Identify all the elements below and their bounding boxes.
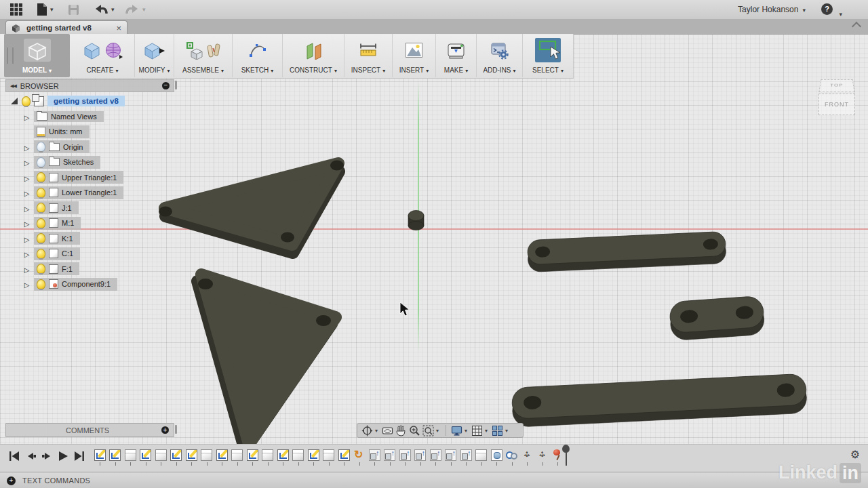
browser-item-chip[interactable]: Component9:1 — [34, 278, 117, 291]
timeline-feature-component[interactable] — [460, 449, 472, 461]
expander-collapsed-icon[interactable] — [23, 263, 31, 275]
timeline-feature-sketch[interactable] — [186, 449, 197, 461]
user-menu[interactable]: Taylor Hokanson — [738, 5, 806, 14]
text-commands-label[interactable]: TEXT COMMANDS — [22, 476, 90, 485]
timeline-step-forward-button[interactable] — [41, 450, 53, 462]
timeline-feature-move[interactable] — [521, 449, 533, 461]
timeline-feature-sketch[interactable] — [216, 449, 228, 461]
timeline-go-to-end-button[interactable] — [73, 450, 85, 462]
visibility-bulb-icon[interactable] — [37, 279, 45, 289]
timeline-feature-sketch[interactable] — [338, 449, 350, 461]
menu-addins[interactable]: ADD-INS — [477, 34, 523, 77]
expander-collapsed-icon[interactable] — [23, 186, 31, 199]
cylinder-body[interactable] — [408, 211, 424, 230]
look-at-icon[interactable] — [382, 425, 393, 436]
construct-icon[interactable] — [304, 41, 323, 60]
visibility-bulb-icon[interactable] — [37, 233, 45, 243]
menu-select[interactable]: SELECT — [523, 34, 573, 77]
addins-icon[interactable] — [490, 41, 509, 60]
browser-item-chip[interactable]: Named Views — [34, 111, 104, 122]
upper-triangle-body[interactable] — [159, 161, 344, 253]
timeline-feature-move[interactable] — [536, 449, 548, 461]
timeline-feature-sketch[interactable] — [109, 449, 121, 461]
browser-item-upper-triangle-1[interactable]: Upper Triangle:1 — [23, 171, 123, 184]
browser-item-chip[interactable]: J:1 — [34, 201, 79, 214]
viewcube[interactable]: TOP FRONT — [817, 76, 858, 119]
visibility-bulb-icon[interactable] — [22, 96, 31, 106]
viewports-icon[interactable] — [492, 425, 503, 436]
menu-create[interactable]: CREATE — [71, 34, 135, 77]
expander-collapsed-icon[interactable] — [23, 171, 31, 184]
browser-item-label[interactable]: Lower Triangle:1 — [62, 188, 117, 197]
browser-item-label[interactable]: J:1 — [62, 204, 72, 212]
browser-item-label[interactable]: C:1 — [62, 249, 73, 258]
timeline-step-back-button[interactable] — [25, 450, 37, 462]
browser-item-sketches[interactable]: Sketches — [23, 155, 100, 169]
timeline-feature-body[interactable] — [475, 449, 487, 461]
browser-item-chip[interactable]: K:1 — [34, 232, 80, 245]
browser-item-label[interactable]: Sketches — [63, 158, 94, 166]
timeline-play-button[interactable] — [57, 450, 69, 462]
browser-item-origin[interactable]: Origin — [23, 140, 90, 154]
timeline-feature-body[interactable] — [262, 449, 273, 461]
timeline-feature-component[interactable] — [445, 449, 456, 461]
create-form-icon[interactable] — [104, 41, 123, 60]
orbit-icon[interactable] — [361, 425, 373, 436]
insert-image-icon[interactable] — [405, 42, 423, 58]
visibility-bulb-icon[interactable] — [37, 172, 45, 182]
timeline-feature-component[interactable] — [414, 449, 426, 461]
visibility-bulb-icon[interactable] — [37, 218, 45, 228]
timeline-feature-body[interactable] — [231, 449, 243, 461]
browser-item-label[interactable]: K:1 — [62, 235, 73, 243]
help-menu-caret[interactable] — [839, 7, 842, 19]
browser-item-k-1[interactable]: K:1 — [23, 232, 80, 245]
timeline-feature-sketch[interactable] — [140, 449, 151, 461]
browser-minimize-icon[interactable] — [162, 82, 170, 89]
timeline-feature-joint-revolute[interactable] — [353, 449, 365, 461]
model-canvas[interactable]: TOP FRONT — [0, 34, 868, 444]
expander-collapsed-icon[interactable] — [23, 217, 31, 229]
fit-menu-caret[interactable] — [436, 428, 441, 434]
visibility-bulb-icon[interactable] — [37, 142, 45, 152]
timeline-feature-sketch[interactable] — [247, 449, 258, 461]
browser-item-lower-triangle-1[interactable]: Lower Triangle:1 — [23, 186, 123, 199]
orbit-menu-caret[interactable] — [375, 428, 380, 434]
visibility-bulb-icon[interactable] — [37, 157, 45, 167]
browser-item-label[interactable]: Upper Triangle:1 — [62, 174, 117, 182]
zoom-icon[interactable] — [409, 425, 420, 436]
joint-icon[interactable] — [207, 41, 220, 60]
text-commands-icon[interactable] — [7, 476, 16, 485]
menu-make[interactable]: MAKE — [436, 34, 477, 77]
timeline-feature-body[interactable] — [292, 449, 304, 461]
visibility-bulb-icon[interactable] — [37, 203, 45, 213]
viewcube-top-face[interactable]: TOP — [818, 79, 854, 92]
save-button[interactable] — [68, 3, 79, 16]
browser-item-chip[interactable]: getting started v8 — [22, 96, 125, 106]
browser-item-getting-started-v8[interactable]: getting started v8 — [11, 94, 125, 108]
menu-modify[interactable]: MODIFY — [135, 34, 174, 77]
tab-close-icon[interactable] — [116, 24, 121, 33]
comments-resize-grip[interactable] — [175, 425, 177, 434]
browser-item-chip[interactable]: C:1 — [34, 247, 80, 260]
timeline-feature-component[interactable] — [430, 449, 441, 461]
timeline-feature-body[interactable] — [155, 449, 167, 461]
browser-item-label[interactable]: F:1 — [62, 265, 73, 273]
document-tab[interactable]: getting started v8 — [5, 20, 127, 35]
expander-collapsed-icon[interactable] — [23, 110, 31, 123]
comments-panel-header[interactable]: COMMENTS — [5, 423, 174, 437]
expander-expanded-icon[interactable] — [11, 98, 18, 104]
expander-collapsed-icon[interactable] — [23, 202, 31, 214]
inspect-measure-icon[interactable] — [358, 41, 378, 59]
menu-sketch[interactable]: SKETCH — [233, 34, 283, 77]
timeline-settings-gear-icon[interactable] — [850, 448, 860, 461]
browser-item-label[interactable]: Named Views — [51, 113, 97, 121]
make-3dprint-icon[interactable] — [447, 41, 465, 60]
grid-settings-icon[interactable] — [471, 425, 483, 436]
comments-expand-icon[interactable] — [161, 426, 169, 434]
link-bar-long-bottom[interactable] — [511, 373, 807, 427]
workspace-selector[interactable]: MODEL — [4, 34, 70, 77]
browser-item-chip[interactable]: Units: mm — [34, 125, 90, 138]
visibility-bulb-icon[interactable] — [37, 188, 45, 198]
timeline-feature-body[interactable] — [125, 449, 136, 461]
viewports-caret[interactable] — [505, 428, 510, 434]
